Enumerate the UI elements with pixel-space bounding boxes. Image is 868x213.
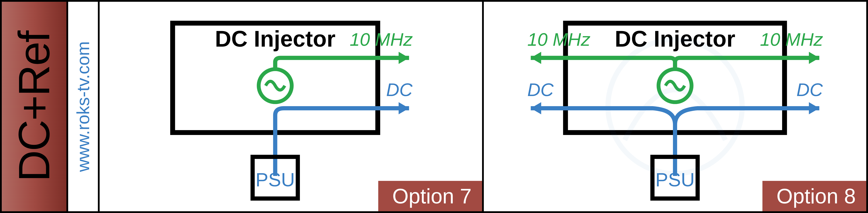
diagram-root: DC+Ref www.roks-tv.com DC Injector 10 MH… <box>0 0 868 213</box>
dc-label-right: DC <box>797 79 823 100</box>
dc-arrow-right-icon <box>809 102 819 114</box>
category-stripe: DC+Ref <box>2 2 68 211</box>
psu-label: PSU <box>255 169 295 190</box>
ref-freq-right: 10 MHz <box>760 29 823 49</box>
ref-arrow-right-icon <box>809 52 819 64</box>
dc-line-right <box>275 108 409 176</box>
ref-arrow-left-icon <box>531 52 541 64</box>
option-8-label: Option 8 <box>776 184 856 208</box>
psu-label: PSU <box>655 169 695 190</box>
category-label: DC+Ref <box>9 31 59 182</box>
site-url: www.roks-tv.com <box>73 41 93 172</box>
ref-arrow-right-icon <box>399 52 409 64</box>
dc-arrow-right-icon <box>399 102 409 114</box>
ref-freq-left: 10 MHz <box>527 29 590 49</box>
option-7-tag: Option 7 <box>378 181 482 211</box>
injector-title: DC Injector <box>215 26 336 51</box>
dc-label-left: DC <box>527 79 554 100</box>
dc-label-right: DC <box>386 79 412 100</box>
sine-icon <box>665 81 684 90</box>
ref-line-right <box>675 58 819 69</box>
panel-option-7: DC Injector 10 MHz DC PSU Option 7 <box>100 2 484 211</box>
dc-line-left <box>531 108 675 125</box>
sine-icon <box>266 81 285 90</box>
option-8-svg: DC Injector 10 MHz 10 MHz DC D <box>484 2 866 211</box>
option-8-tag: Option 8 <box>763 181 866 211</box>
ref-freq-right: 10 MHz <box>349 29 413 49</box>
url-stripe: www.roks-tv.com <box>68 2 100 211</box>
panel-option-8: DC Injector 10 MHz 10 MHz DC D <box>484 2 866 211</box>
option-7-label: Option 7 <box>392 184 472 208</box>
ref-line-right <box>275 58 409 69</box>
injector-title: DC Injector <box>615 26 735 51</box>
dc-arrow-left-icon <box>531 102 541 114</box>
ref-line-left <box>531 58 675 69</box>
panels-row: DC Injector 10 MHz DC PSU Option 7 <box>100 2 866 211</box>
option-7-svg: DC Injector 10 MHz DC PSU <box>100 2 482 211</box>
